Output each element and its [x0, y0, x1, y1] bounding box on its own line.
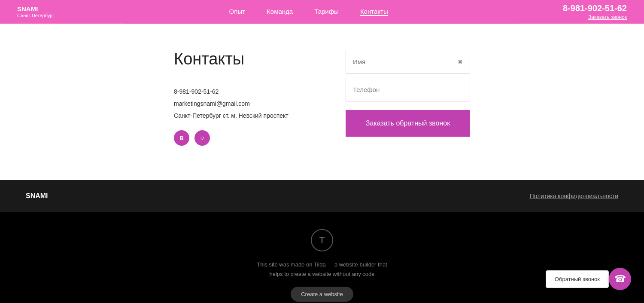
tilda-logo-icon: T — [311, 229, 333, 251]
instagram-icon[interactable]: ○ — [194, 130, 210, 146]
social-icons: в ○ — [174, 130, 311, 146]
header-contact: 8-981-902-51-62 Заказать звонок — [563, 3, 627, 20]
contacts-phone: 8-981-902-51-62 — [174, 86, 311, 98]
nav-kontakty[interactable]: Контакты — [360, 8, 388, 16]
floating-callback: Обратный звонок ☎ — [546, 268, 631, 290]
privacy-link[interactable]: Политика конфиденциальности — [529, 193, 618, 199]
header-logo: SNAMI Санкт-Петербург — [17, 5, 54, 18]
brand-subtitle: Санкт-Петербург — [17, 13, 54, 18]
contacts-form: ✖ Заказать обратный звонок — [346, 50, 470, 146]
contacts-details: 8-981-902-51-62 marketingsnami@gmail.com… — [174, 86, 311, 122]
contacts-section: Контакты 8-981-902-51-62 marketingsnami@… — [0, 24, 644, 180]
input-clear-icon: ✖ — [458, 58, 463, 65]
contacts-info-block: Контакты 8-981-902-51-62 marketingsnami@… — [174, 50, 311, 146]
header: SNAMI Санкт-Петербург Опыт Команда Тариф… — [0, 0, 644, 24]
header-callback-link[interactable]: Заказать звонок — [563, 14, 627, 20]
footer-dark: SNAMI Политика конфиденциальности — [0, 180, 644, 212]
contacts-title: Контакты — [174, 50, 311, 68]
vk-icon[interactable]: в — [174, 130, 189, 146]
main-nav: Опыт Команда Тарифы Контакты — [229, 8, 388, 16]
callback-button[interactable]: ☎ — [609, 268, 631, 290]
nav-tarify[interactable]: Тарифы — [314, 8, 339, 16]
nav-komanda[interactable]: Команда — [267, 8, 293, 16]
tilda-description: This site was made on Tilda — a website … — [257, 260, 387, 279]
brand-name: SNAMI — [17, 5, 38, 12]
submit-button[interactable]: Заказать обратный звонок — [346, 110, 470, 137]
contacts-address: Санкт-Петербург ст. м. Невский проспект — [174, 110, 311, 122]
header-phone[interactable]: 8-981-902-51-62 — [563, 3, 627, 13]
callback-label: Обратный звонок — [546, 270, 609, 288]
phone-input[interactable] — [353, 86, 463, 93]
phone-icon: ☎ — [614, 273, 626, 285]
contacts-email: marketingsnami@gmail.com — [174, 98, 311, 110]
nav-opyt[interactable]: Опыт — [229, 8, 245, 16]
name-input[interactable] — [353, 58, 458, 65]
name-input-wrapper: ✖ — [346, 50, 470, 73]
phone-input-wrapper — [346, 78, 470, 101]
create-website-button[interactable]: Create a website — [291, 287, 353, 302]
footer-logo: SNAMI — [26, 192, 48, 200]
